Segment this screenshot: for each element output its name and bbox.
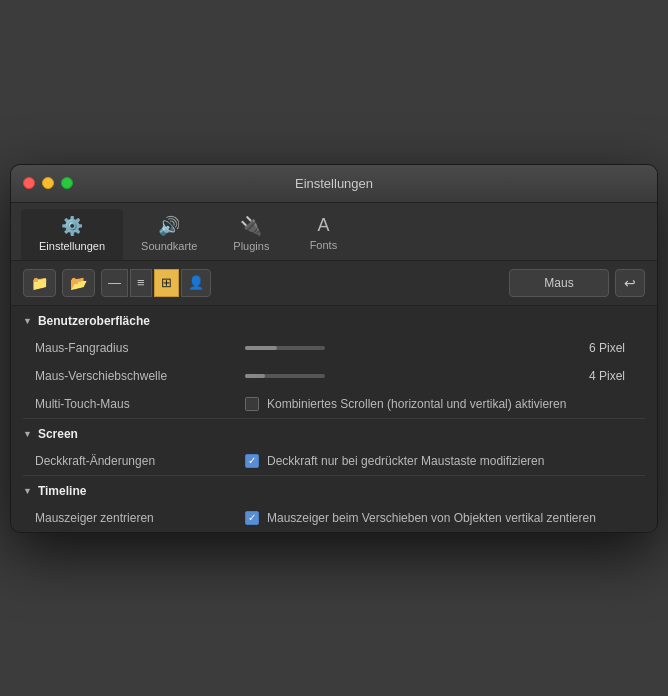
tab-plugins-label: Plugins [233, 240, 269, 252]
view-grid-icon: ⊞ [161, 275, 172, 290]
deckkraft-checkbox[interactable] [245, 454, 259, 468]
tab-plugins[interactable]: 🔌 Plugins [215, 209, 287, 260]
maximize-button[interactable] [61, 177, 73, 189]
plugins-icon: 🔌 [240, 215, 262, 237]
section-benutzer-header: ▼ Benutzeroberfläche [11, 306, 657, 334]
section-benutzer-title: Benutzeroberfläche [38, 314, 150, 328]
fonts-icon: A [317, 215, 329, 236]
section-timeline-header: ▼ Timeline [11, 476, 657, 504]
maus-fangradius-track [245, 346, 325, 350]
mauszeiger-checkbox[interactable] [245, 511, 259, 525]
section-screen-triangle: ▼ [23, 429, 32, 439]
tab-soundkarte-label: Soundkarte [141, 240, 197, 252]
multi-touch-checkbox[interactable] [245, 397, 259, 411]
setting-multi-touch: Multi-Touch-Maus Kombiniertes Scrollen (… [11, 390, 657, 418]
view-list-icon: ≡ [137, 275, 145, 290]
mauszeiger-checkbox-label: Mauszeiger beim Verschieben von Objekten… [267, 511, 596, 525]
maus-fangradius-fill [245, 346, 277, 350]
traffic-lights [23, 177, 73, 189]
mauszeiger-label: Mauszeiger zentrieren [35, 511, 245, 525]
folder-open-button[interactable]: 📂 [62, 269, 95, 297]
maus-fangradius-control: 6 Pixel [245, 341, 645, 355]
multi-touch-control: Kombiniertes Scrollen (horizontal und ve… [245, 397, 645, 411]
maus-verschiebe-value: 4 Pixel [333, 369, 645, 383]
maus-verschiebe-control: 4 Pixel [245, 369, 645, 383]
deckkraft-checkbox-label: Deckkraft nur bei gedrückter Maustaste m… [267, 454, 544, 468]
view-user-icon: 👤 [188, 275, 204, 290]
multi-touch-label: Multi-Touch-Maus [35, 397, 245, 411]
titlebar: Einstellungen [11, 165, 657, 203]
view-line-button[interactable]: — [101, 269, 128, 297]
section-timeline-triangle: ▼ [23, 486, 32, 496]
section-triangle-icon: ▼ [23, 316, 32, 326]
view-buttons: — ≡ ⊞ 👤 [101, 269, 211, 297]
maus-fangradius-value: 6 Pixel [333, 341, 645, 355]
content-area: ▼ Benutzeroberfläche Maus-Fangradius 6 P… [11, 306, 657, 532]
toolbar: 📁 📂 — ≡ ⊞ 👤 Maus ↩ [11, 261, 657, 306]
folder-open-icon: 📂 [70, 275, 87, 291]
back-icon: ↩ [624, 275, 636, 291]
close-button[interactable] [23, 177, 35, 189]
section-screen-title: Screen [38, 427, 78, 441]
dropdown-button[interactable]: Maus [509, 269, 609, 297]
settings-icon: ⚙️ [61, 215, 83, 237]
view-line-icon: — [108, 275, 121, 290]
mauszeiger-control: Mauszeiger beim Verschieben von Objekten… [245, 511, 645, 525]
maus-verschiebe-track [245, 374, 325, 378]
tab-einstellungen[interactable]: ⚙️ Einstellungen [21, 209, 123, 260]
tab-bar: ⚙️ Einstellungen 🔊 Soundkarte 🔌 Plugins … [11, 203, 657, 261]
deckkraft-control: Deckkraft nur bei gedrückter Maustaste m… [245, 454, 645, 468]
dropdown-label: Maus [544, 276, 573, 290]
view-list-button[interactable]: ≡ [130, 269, 152, 297]
window-title: Einstellungen [295, 176, 373, 191]
section-timeline-title: Timeline [38, 484, 86, 498]
deckkraft-checkbox-row: Deckkraft nur bei gedrückter Maustaste m… [245, 454, 544, 468]
maus-verschiebe-fill [245, 374, 265, 378]
setting-mauszeiger: Mauszeiger zentrieren Mauszeiger beim Ve… [11, 504, 657, 532]
tab-soundkarte[interactable]: 🔊 Soundkarte [123, 209, 215, 260]
section-screen-header: ▼ Screen [11, 419, 657, 447]
folder-icon: 📁 [31, 275, 48, 291]
setting-maus-verschiebe: Maus-Verschiebschwelle 4 Pixel [11, 362, 657, 390]
minimize-button[interactable] [42, 177, 54, 189]
settings-window: Einstellungen ⚙️ Einstellungen 🔊 Soundka… [10, 164, 658, 533]
folder-button[interactable]: 📁 [23, 269, 56, 297]
tab-fonts[interactable]: A Fonts [287, 209, 359, 260]
tab-fonts-label: Fonts [310, 239, 338, 251]
section-screen: ▼ Screen Deckkraft-Änderungen Deckkraft … [11, 419, 657, 475]
tab-einstellungen-label: Einstellungen [39, 240, 105, 252]
back-button[interactable]: ↩ [615, 269, 645, 297]
section-benutzer: ▼ Benutzeroberfläche Maus-Fangradius 6 P… [11, 306, 657, 418]
maus-verschiebe-label: Maus-Verschiebschwelle [35, 369, 245, 383]
deckkraft-label: Deckkraft-Änderungen [35, 454, 245, 468]
view-grid-button[interactable]: ⊞ [154, 269, 179, 297]
soundkarte-icon: 🔊 [158, 215, 180, 237]
setting-deckkraft: Deckkraft-Änderungen Deckkraft nur bei g… [11, 447, 657, 475]
section-timeline: ▼ Timeline Mauszeiger zentrieren Mauszei… [11, 476, 657, 532]
maus-fangradius-label: Maus-Fangradius [35, 341, 245, 355]
multi-touch-checkbox-row: Kombiniertes Scrollen (horizontal und ve… [245, 397, 566, 411]
setting-maus-fangradius: Maus-Fangradius 6 Pixel [11, 334, 657, 362]
multi-touch-checkbox-label: Kombiniertes Scrollen (horizontal und ve… [267, 397, 566, 411]
view-user-button[interactable]: 👤 [181, 269, 211, 297]
mauszeiger-checkbox-row: Mauszeiger beim Verschieben von Objekten… [245, 511, 596, 525]
